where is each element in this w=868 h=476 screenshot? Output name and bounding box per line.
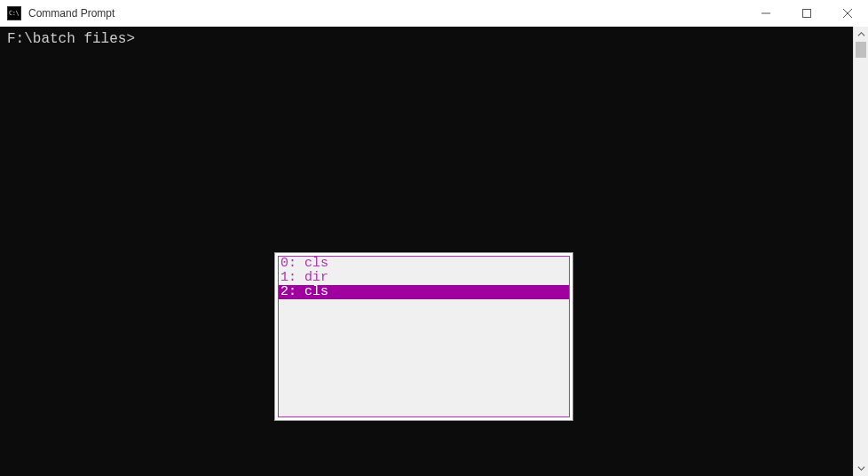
history-item[interactable]: 1: dir — [279, 271, 569, 285]
close-button[interactable] — [827, 0, 868, 27]
history-item[interactable]: 0: cls — [279, 257, 569, 271]
prompt-text: F:\batch files> — [7, 31, 135, 47]
scroll-up-arrow-icon[interactable] — [854, 27, 868, 42]
minimize-icon — [761, 9, 770, 18]
vertical-scrollbar[interactable] — [853, 27, 868, 476]
svg-rect-1 — [803, 10, 811, 18]
command-history-popup[interactable]: 0: cls1: dir2: cls — [275, 253, 572, 420]
cmd-icon: C:\ — [7, 6, 21, 20]
window-controls — [746, 0, 868, 27]
window-title: Command Prompt — [28, 7, 746, 20]
terminal[interactable]: F:\batch files> 0: cls1: dir2: cls — [0, 27, 853, 476]
maximize-button[interactable] — [786, 0, 827, 27]
history-item[interactable]: 2: cls — [279, 285, 569, 299]
titlebar[interactable]: C:\ Command Prompt — [0, 0, 868, 27]
maximize-icon — [802, 9, 811, 18]
close-icon — [843, 9, 852, 18]
minimize-button[interactable] — [746, 0, 786, 27]
scroll-thumb[interactable] — [856, 42, 866, 58]
terminal-area: F:\batch files> 0: cls1: dir2: cls — [0, 27, 868, 476]
scroll-down-arrow-icon[interactable] — [854, 461, 868, 476]
history-list: 0: cls1: dir2: cls — [278, 256, 570, 417]
